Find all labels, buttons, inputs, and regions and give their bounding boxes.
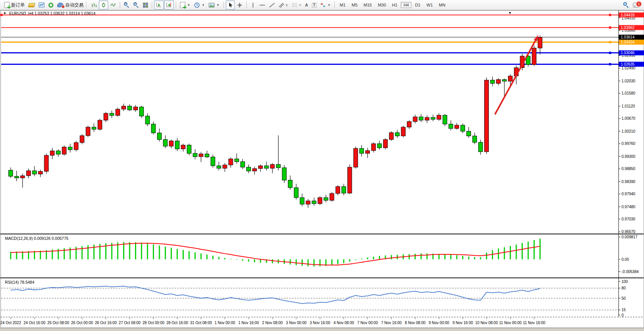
candle-body-down bbox=[461, 125, 465, 131]
candle-body-down bbox=[282, 168, 286, 180]
candle-body-up bbox=[538, 37, 542, 48]
price-tick-label: 0.98390 bbox=[622, 180, 636, 184]
chart-line-button[interactable] bbox=[108, 0, 118, 10]
macd-axis[interactable]: 0.0098170.00-0.005384 bbox=[618, 235, 639, 273]
toolbar-separator bbox=[176, 2, 176, 8]
line-handle[interactable] bbox=[609, 26, 611, 29]
toolbar-separator bbox=[246, 2, 247, 8]
chart-title: EURUSD ,H4 1.03253 1.03632 1.03114 1.036… bbox=[9, 11, 95, 16]
rsi-tick-label: 50 bbox=[622, 296, 626, 300]
fibonacci-button[interactable]: F bbox=[290, 0, 303, 10]
vertical-line-button[interactable] bbox=[249, 0, 257, 10]
trendline-button[interactable] bbox=[267, 0, 277, 10]
trend-arrow-annotation[interactable] bbox=[495, 35, 538, 114]
line-handle[interactable] bbox=[609, 63, 611, 65]
price-level-badge-text: 1.02635 bbox=[621, 62, 635, 66]
timeframe-button-d1[interactable]: D1 bbox=[412, 2, 423, 8]
candle-body-down bbox=[294, 188, 298, 198]
candle-body-up bbox=[169, 141, 173, 146]
time-tick-label: 7 Nov 16:00 bbox=[381, 321, 401, 325]
time-tick-label: 8 Nov 08:00 bbox=[405, 321, 426, 325]
rsi-panel bbox=[1, 286, 618, 310]
arrow-head[interactable] bbox=[534, 35, 538, 41]
auto-trading-button[interactable]: 自动交易 bbox=[55, 0, 85, 10]
candle-body-down bbox=[211, 157, 215, 166]
crosshair-button[interactable] bbox=[235, 0, 244, 10]
time-tick-label: 28 Oct 00:00 bbox=[143, 321, 165, 325]
candle-body-up bbox=[98, 120, 102, 129]
timeframe-button-h1[interactable]: H1 bbox=[389, 2, 400, 8]
zoom-in-button[interactable]: + bbox=[122, 0, 132, 10]
text-label-button[interactable]: T bbox=[310, 0, 318, 10]
channel-icon bbox=[279, 2, 284, 8]
rsi-tick-label: 100 bbox=[622, 280, 628, 284]
zoom-out-button[interactable]: − bbox=[132, 0, 141, 10]
auto-scroll-button[interactable] bbox=[154, 0, 164, 10]
candle-body-down bbox=[128, 106, 132, 110]
timeframe-button-m1[interactable]: M1 bbox=[337, 2, 348, 8]
timeframe-button-m15[interactable]: M15 bbox=[361, 2, 374, 8]
line-handle[interactable] bbox=[609, 52, 611, 54]
navigator-button[interactable] bbox=[47, 0, 55, 10]
rsi-line bbox=[11, 286, 540, 304]
horizontal-line-button[interactable] bbox=[257, 0, 267, 10]
candle-body-up bbox=[383, 140, 387, 148]
macd-tick-label: 0.00 bbox=[622, 257, 629, 262]
zoom-out-icon: − bbox=[133, 2, 139, 8]
new-order-button[interactable]: 新订单 bbox=[2, 0, 27, 10]
rsi-tick-label: 0 bbox=[622, 313, 624, 317]
candle-body-up bbox=[86, 127, 90, 135]
rsi-axis[interactable]: 1008050150 bbox=[618, 280, 628, 317]
chart-candles-button[interactable] bbox=[99, 0, 108, 10]
time-tick-label: 9 Nov 16:00 bbox=[453, 321, 473, 325]
candle-body-up bbox=[62, 147, 66, 154]
chart-shift-button[interactable] bbox=[164, 0, 174, 10]
chevron-down-icon: ▼ bbox=[202, 3, 205, 7]
time-tick-label: 26 Oct 00:00 bbox=[71, 321, 93, 325]
candle-body-down bbox=[175, 141, 179, 149]
tile-windows-button[interactable] bbox=[141, 0, 150, 10]
market-watch-button[interactable] bbox=[27, 0, 37, 10]
notifications-button[interactable]: 1 bbox=[633, 3, 639, 8]
cursor-button[interactable] bbox=[226, 0, 235, 10]
arrows-dropdown-button[interactable]: ▼ bbox=[318, 0, 332, 10]
timeframe-button-m5[interactable]: M5 bbox=[349, 2, 360, 8]
time-axis[interactable]: 24 Oct 202224 Oct 16:0025 Oct 08:0026 Oc… bbox=[0, 317, 546, 325]
fibonacci-icon bbox=[292, 2, 297, 8]
time-tick-label: 3 Nov 16:00 bbox=[310, 321, 330, 325]
timeframe-button-w1[interactable]: W1 bbox=[424, 2, 436, 8]
time-tick-label: 28 Oct 16:00 bbox=[166, 321, 188, 325]
candle-body-down bbox=[502, 80, 506, 81]
line-handle[interactable] bbox=[609, 41, 611, 43]
text-button[interactable]: A bbox=[303, 0, 310, 10]
timeframe-button-mn[interactable]: MN bbox=[436, 2, 448, 8]
channel-button[interactable]: E bbox=[277, 0, 290, 10]
price-axis[interactable]: 1.043101.038601.034101.029501.024901.020… bbox=[618, 13, 644, 234]
timeframe-button-h4[interactable]: H4 bbox=[401, 2, 411, 8]
timeframe-button-m30[interactable]: M30 bbox=[375, 2, 389, 8]
chart-bars-button[interactable] bbox=[89, 0, 99, 10]
time-tick-label: 7 Nov 00:00 bbox=[357, 321, 378, 325]
gold-bar-icon bbox=[28, 3, 35, 7]
candle-body-down bbox=[157, 133, 162, 140]
line-handle[interactable] bbox=[609, 14, 611, 16]
line-handle[interactable] bbox=[0, 14, 3, 16]
auto-trading-icon bbox=[57, 3, 64, 7]
candle-body-down bbox=[431, 117, 435, 119]
arrow-shaft[interactable] bbox=[495, 40, 536, 114]
macd-tick-label: -0.005384 bbox=[622, 270, 639, 274]
candle-body-down bbox=[163, 140, 167, 146]
search-button[interactable] bbox=[623, 2, 630, 8]
period-dropdown-button[interactable]: ▼ bbox=[192, 0, 207, 10]
add-indicator-icon bbox=[180, 2, 185, 8]
candle-body-up bbox=[181, 145, 185, 149]
price-tick-label: 0.98850 bbox=[622, 167, 636, 171]
candle-body-down bbox=[187, 145, 191, 153]
data-window-button[interactable] bbox=[37, 0, 47, 10]
rsi-tick-label: 80 bbox=[622, 286, 626, 290]
toolbar-right-group: 1 bbox=[623, 2, 642, 8]
price-level-badge-text: 1.03046 bbox=[621, 51, 635, 55]
indicators-dropdown-button[interactable]: ▼ bbox=[178, 0, 192, 10]
template-dropdown-button[interactable]: ▼ bbox=[207, 0, 222, 10]
time-tick-label: 11 Nov 16:00 bbox=[523, 321, 545, 325]
